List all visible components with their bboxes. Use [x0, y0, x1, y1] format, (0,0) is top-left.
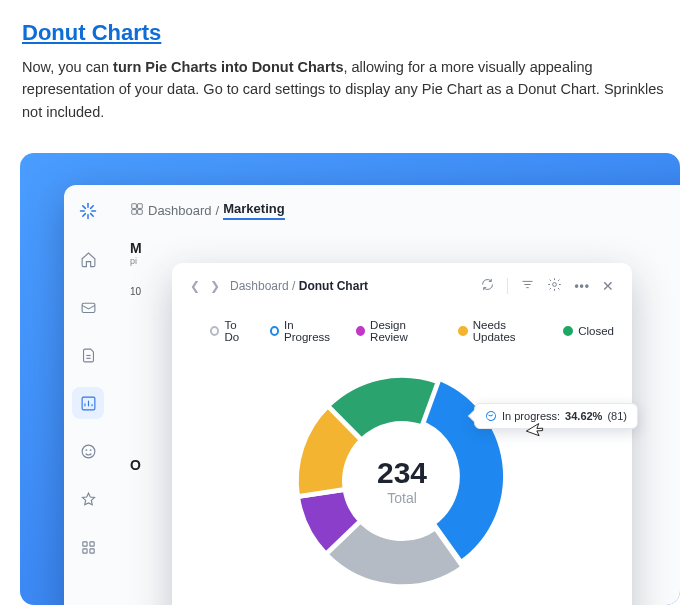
close-icon[interactable]: ✕ [602, 278, 614, 294]
donut-chart[interactable]: 234 Total In progress: 34.62% (81) [282, 361, 522, 601]
legend-dot [356, 326, 365, 336]
svg-rect-22 [132, 204, 137, 209]
back-button[interactable]: ❮ [190, 279, 200, 293]
sidebar [64, 185, 112, 563]
legend-dot [270, 326, 279, 336]
gear-icon[interactable] [547, 277, 562, 295]
svg-rect-20 [82, 549, 86, 553]
app-shell: Dashboard / Marketing M pi 10 O ar In Pr… [64, 185, 680, 605]
svg-point-15 [82, 445, 95, 458]
donut-center: 234 Total [282, 361, 522, 601]
refresh-icon[interactable] [480, 277, 495, 295]
breadcrumb-current[interactable]: Marketing [223, 201, 284, 220]
legend-label: To Do [224, 319, 251, 343]
heading-link[interactable]: Donut Charts [22, 20, 161, 45]
article-body: Now, you can turn Pie Charts into Donut … [22, 56, 678, 123]
svg-rect-19 [89, 542, 93, 546]
dashboard-icon[interactable] [72, 387, 104, 419]
svg-line-6 [83, 214, 86, 217]
filter-icon[interactable] [520, 277, 535, 295]
svg-line-4 [83, 206, 86, 209]
svg-rect-21 [89, 549, 93, 553]
apps-icon[interactable] [72, 531, 104, 563]
svg-line-5 [91, 214, 94, 217]
svg-point-17 [90, 450, 91, 451]
logo-icon[interactable] [72, 195, 104, 227]
svg-point-16 [86, 450, 87, 451]
home-icon[interactable] [72, 243, 104, 275]
screenshot-frame: Dashboard / Marketing M pi 10 O ar In Pr… [20, 153, 680, 605]
clock-icon [483, 409, 498, 424]
legend-dot [458, 326, 467, 336]
chart-legend: To DoIn ProgressDesign ReviewNeeds Updat… [210, 319, 614, 343]
legend-item[interactable]: Closed [563, 319, 614, 343]
card-label: M [130, 240, 680, 256]
svg-rect-23 [138, 204, 143, 209]
chart-tooltip: In progress: 34.62% (81) [474, 403, 638, 429]
legend-item[interactable]: Needs Updates [458, 319, 545, 343]
document-icon[interactable] [72, 339, 104, 371]
svg-rect-25 [138, 210, 143, 215]
legend-dot [210, 326, 219, 336]
legend-label: Closed [578, 325, 614, 337]
svg-rect-24 [132, 210, 137, 215]
svg-point-29 [553, 283, 557, 287]
legend-item[interactable]: To Do [210, 319, 252, 343]
cursor-icon [528, 419, 543, 437]
svg-rect-8 [82, 303, 95, 312]
legend-dot [563, 326, 573, 336]
modal-header: ❮ ❯ Dashboard / Donut Chart [190, 277, 614, 295]
breadcrumb: Dashboard / Marketing [112, 185, 680, 228]
legend-label: Needs Updates [473, 319, 545, 343]
modal-breadcrumb: Dashboard / Donut Chart [230, 279, 368, 293]
grid-icon [130, 202, 144, 219]
face-icon[interactable] [72, 435, 104, 467]
legend-item[interactable]: Design Review [356, 319, 441, 343]
breadcrumb-root[interactable]: Dashboard [148, 203, 212, 218]
chart-modal: ❮ ❯ Dashboard / Donut Chart [172, 263, 632, 605]
legend-label: Design Review [370, 319, 440, 343]
svg-rect-18 [82, 542, 86, 546]
svg-line-7 [91, 206, 94, 209]
forward-button[interactable]: ❯ [210, 279, 220, 293]
more-icon[interactable]: ••• [574, 279, 590, 293]
inbox-icon[interactable] [72, 291, 104, 323]
star-icon[interactable] [72, 483, 104, 515]
